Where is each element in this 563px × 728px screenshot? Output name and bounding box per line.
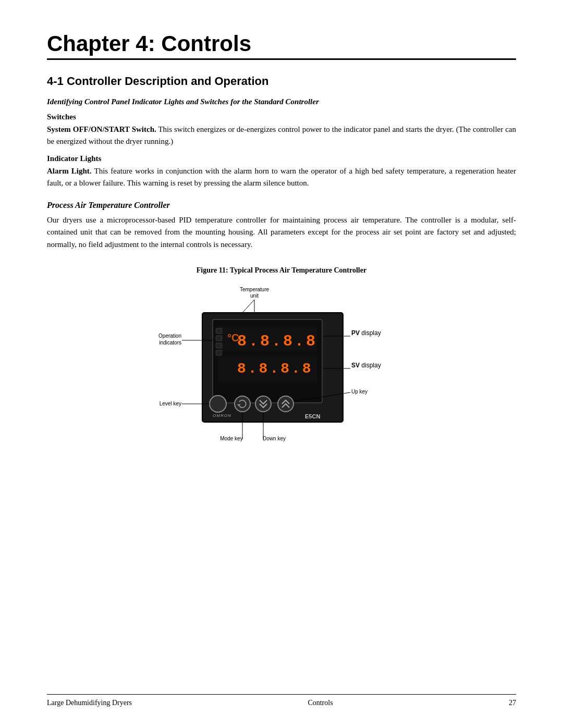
- sv-label: SV display: [351, 362, 381, 369]
- temp-unit-text2: unit: [250, 293, 259, 299]
- section-title: 4-1 Controller Description and Operation: [47, 75, 516, 88]
- figure-caption: Figure 11: Typical Process Air Temperatu…: [197, 266, 366, 275]
- switches-label: Switches: [47, 113, 516, 121]
- diagram-svg: Temperature unit °C 8.8.8.8: [125, 284, 438, 461]
- process-para: Our dryers use a microprocessor-based PI…: [47, 214, 516, 251]
- indicator3: [216, 343, 222, 348]
- indicator2: [216, 336, 222, 341]
- op-indicators-label2: indicators: [159, 340, 181, 346]
- mode-key-button: [235, 396, 250, 412]
- up-key-label: Up key: [351, 389, 368, 394]
- switches-bold: System OFF/ON/START Switch.: [47, 125, 156, 133]
- alarm-light-rest: This feature works in conjunction with t…: [47, 167, 516, 187]
- alarm-light-bold: Alarm Light.: [47, 167, 92, 175]
- sv-segment-display: 8.8.8.8: [237, 361, 313, 377]
- subsection2-title: Process Air Temperature Controller: [47, 201, 516, 210]
- level-key-label: Level key: [160, 401, 181, 406]
- page-footer: Large Dehumidifying Dryers Controls 27: [47, 694, 516, 707]
- chapter-title: Chapter 4: Controls: [47, 31, 516, 60]
- temp-unit-arrow: [242, 300, 254, 313]
- subsection1-title: Identifying Control Panel Indicator Ligh…: [47, 97, 516, 106]
- down-key-label: Down key: [263, 436, 286, 441]
- figure-container: Figure 11: Typical Process Air Temperatu…: [47, 266, 516, 461]
- footer-left: Large Dehumidifying Dryers: [47, 699, 132, 707]
- footer-right: 27: [509, 699, 516, 707]
- level-key-button: [210, 396, 226, 412]
- op-indicators-label1: Operation: [158, 333, 181, 339]
- page-content: Chapter 4: Controls 4-1 Controller Descr…: [0, 0, 563, 513]
- brand-label: OMRON: [213, 413, 231, 418]
- controller-diagram: Temperature unit °C 8.8.8.8: [125, 284, 438, 461]
- indicator1: [216, 328, 222, 334]
- pv-segment-display: 8.8.8.8: [237, 332, 317, 350]
- pv-label: PV display: [351, 329, 381, 337]
- footer-center: Controls: [308, 699, 333, 707]
- alarm-light-para: Alarm Light. This feature works in conju…: [47, 165, 516, 190]
- switches-para: System OFF/ON/START Switch. This switch …: [47, 124, 516, 148]
- indicator-lights-label: Indicator Lights: [47, 154, 516, 163]
- indicator4: [216, 350, 222, 355]
- temp-unit-text: Temperature: [240, 287, 270, 292]
- mode-key-label: Mode key: [220, 436, 242, 441]
